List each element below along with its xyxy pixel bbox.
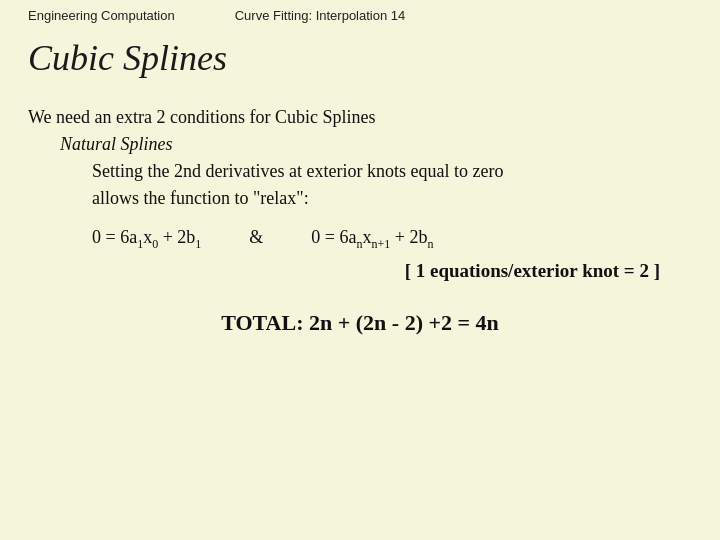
total-line: TOTAL: 2n + (2n - 2) +2 = 4n: [28, 310, 692, 336]
equation-row: 0 = 6a1x0 + 2b1 & 0 = 6anxn+1 + 2bn: [92, 227, 692, 252]
eq-amp: &: [249, 227, 263, 248]
eq-right: 0 = 6anxn+1 + 2bn: [311, 227, 433, 252]
main-content: Cubic Splines We need an extra 2 conditi…: [0, 27, 720, 336]
intro-text: We need an extra 2 conditions for Cubic …: [28, 107, 692, 128]
section-title: Cubic Splines: [28, 37, 692, 79]
natural-splines-label: Natural Splines: [60, 134, 173, 154]
method-desc-line1: Setting the 2nd derivatives at exterior …: [92, 161, 692, 182]
header-subtitle: Curve Fitting: Interpolation 14: [235, 8, 406, 23]
header: Engineering Computation Curve Fitting: I…: [0, 0, 720, 27]
bracket-line: [ 1 equations/exterior knot = 2 ]: [28, 260, 692, 282]
method-label: Natural Splines: [60, 134, 692, 155]
method-desc-line2: allows the function to "relax":: [92, 188, 692, 209]
header-title: Engineering Computation: [28, 8, 175, 23]
eq-left: 0 = 6a1x0 + 2b1: [92, 227, 201, 252]
